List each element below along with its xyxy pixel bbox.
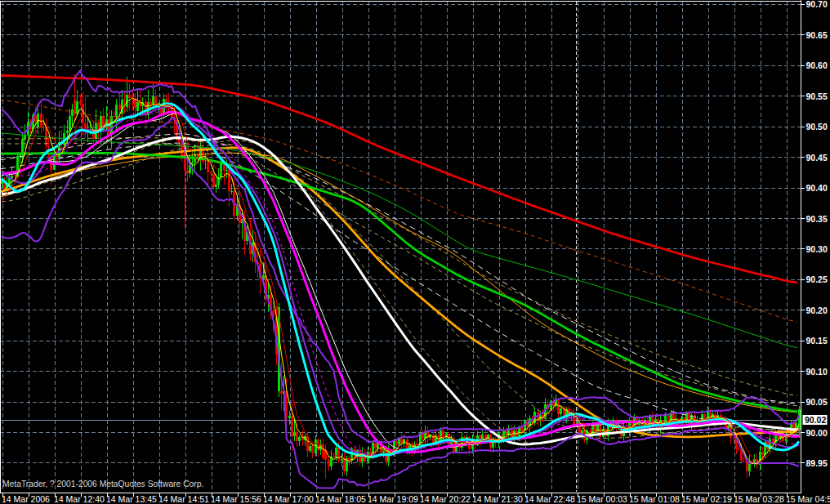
svg-text:90.15: 90.15 [806, 336, 828, 346]
svg-text:90.55: 90.55 [806, 91, 828, 101]
svg-text:90.05: 90.05 [806, 397, 828, 407]
svg-text:90.40: 90.40 [806, 183, 828, 193]
svg-text:90.02: 90.02 [805, 415, 826, 425]
svg-text:15 Mar 04:51: 15 Mar 04:51 [786, 494, 830, 504]
svg-text:MetaTrader, ? 2001-2006 MetaQu: MetaTrader, ? 2001-2006 MetaQuotes Softw… [2, 479, 203, 488]
svg-text:14 Mar 17:00: 14 Mar 17:00 [263, 494, 314, 504]
svg-text:90.60: 90.60 [806, 60, 828, 70]
svg-text:90.10: 90.10 [806, 367, 828, 377]
svg-text:15 Mar 01:08: 15 Mar 01:08 [629, 494, 680, 504]
svg-text:90.20: 90.20 [806, 306, 828, 315]
svg-text:15 Mar 00:03: 15 Mar 00:03 [577, 494, 627, 504]
svg-text:14 Mar 22:48: 14 Mar 22:48 [524, 494, 575, 504]
svg-text:14 Mar 12:40: 14 Mar 12:40 [54, 494, 105, 504]
svg-text:15 Mar 02:19: 15 Mar 02:19 [681, 494, 732, 504]
svg-text:90.35: 90.35 [806, 214, 828, 224]
svg-text:90.25: 90.25 [806, 274, 828, 284]
svg-text:15 Mar 03:28: 15 Mar 03:28 [734, 494, 784, 504]
svg-text:90.00: 90.00 [806, 428, 828, 438]
svg-text:90.70: 90.70 [806, 0, 828, 9]
svg-text:14 Mar 2006: 14 Mar 2006 [2, 494, 50, 504]
svg-text:14 Mar 14:51: 14 Mar 14:51 [158, 494, 209, 504]
svg-text:90.30: 90.30 [806, 244, 828, 254]
svg-text:14 Mar 13:45: 14 Mar 13:45 [106, 494, 157, 504]
svg-text:14 Mar 19:09: 14 Mar 19:09 [368, 494, 418, 504]
svg-text:89.95: 89.95 [806, 458, 828, 468]
svg-text:90.50: 90.50 [806, 122, 828, 132]
svg-text:14 Mar 21:30: 14 Mar 21:30 [472, 494, 523, 504]
svg-text:90.65: 90.65 [806, 30, 828, 40]
svg-text:14 Mar 20:22: 14 Mar 20:22 [420, 494, 471, 504]
svg-text:14 Mar 15:56: 14 Mar 15:56 [211, 494, 261, 504]
svg-text:14 Mar 18:05: 14 Mar 18:05 [315, 494, 366, 504]
svg-text:90.45: 90.45 [806, 153, 828, 163]
